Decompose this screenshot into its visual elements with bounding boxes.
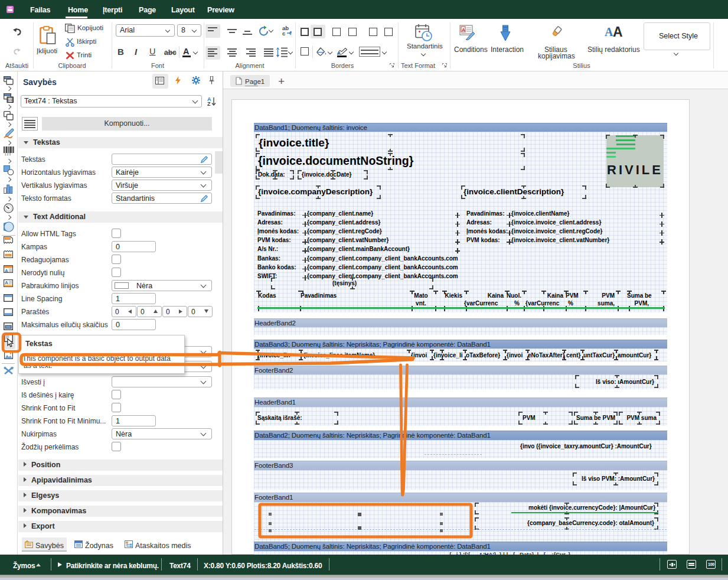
svg-text:Z: Z bbox=[207, 101, 211, 106]
svg-text:1 2 3: 1 2 3 bbox=[5, 153, 11, 156]
svg-text:A: A bbox=[5, 280, 8, 285]
svg-text:A: A bbox=[5, 268, 8, 273]
svg-text:A: A bbox=[462, 27, 465, 32]
svg-text:c: c bbox=[282, 30, 285, 37]
